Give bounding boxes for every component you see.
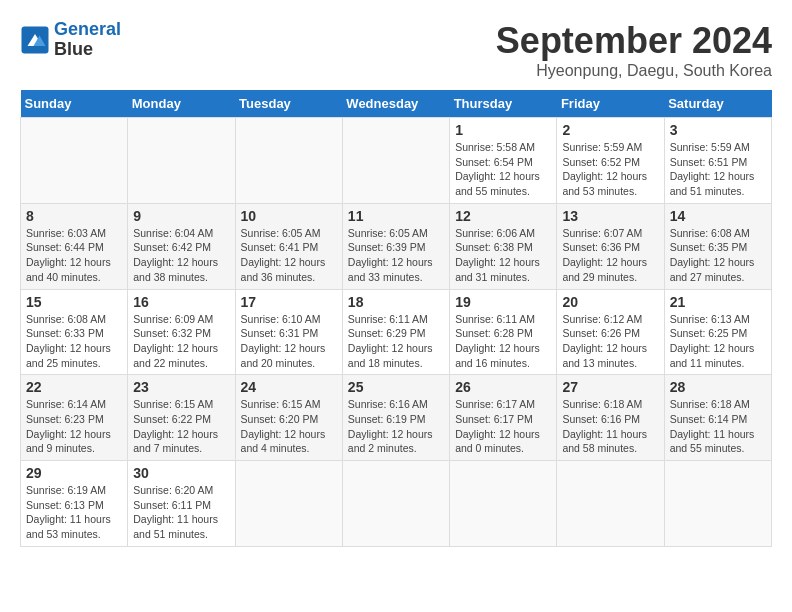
day-number: 9 xyxy=(133,208,229,224)
calendar-cell: 19Sunrise: 6:11 AMSunset: 6:28 PMDayligh… xyxy=(450,289,557,375)
day-number: 18 xyxy=(348,294,444,310)
column-header-tuesday: Tuesday xyxy=(235,90,342,118)
day-number: 3 xyxy=(670,122,766,138)
calendar-cell: 1Sunrise: 5:58 AMSunset: 6:54 PMDaylight… xyxy=(450,118,557,204)
day-number: 16 xyxy=(133,294,229,310)
calendar-cell: 8Sunrise: 6:03 AMSunset: 6:44 PMDaylight… xyxy=(21,203,128,289)
calendar-cell xyxy=(557,461,664,547)
day-info: Sunrise: 6:09 AMSunset: 6:32 PMDaylight:… xyxy=(133,312,229,371)
day-info: Sunrise: 6:15 AMSunset: 6:22 PMDaylight:… xyxy=(133,397,229,456)
calendar-cell: 24Sunrise: 6:15 AMSunset: 6:20 PMDayligh… xyxy=(235,375,342,461)
calendar-cell: 30Sunrise: 6:20 AMSunset: 6:11 PMDayligh… xyxy=(128,461,235,547)
day-number: 28 xyxy=(670,379,766,395)
logo: General Blue xyxy=(20,20,121,60)
week-row-1: 1Sunrise: 5:58 AMSunset: 6:54 PMDaylight… xyxy=(21,118,772,204)
day-number: 29 xyxy=(26,465,122,481)
day-info: Sunrise: 6:18 AMSunset: 6:16 PMDaylight:… xyxy=(562,397,658,456)
day-info: Sunrise: 6:03 AMSunset: 6:44 PMDaylight:… xyxy=(26,226,122,285)
calendar-cell: 18Sunrise: 6:11 AMSunset: 6:29 PMDayligh… xyxy=(342,289,449,375)
day-number: 13 xyxy=(562,208,658,224)
column-header-thursday: Thursday xyxy=(450,90,557,118)
column-header-monday: Monday xyxy=(128,90,235,118)
day-number: 11 xyxy=(348,208,444,224)
day-number: 17 xyxy=(241,294,337,310)
day-number: 2 xyxy=(562,122,658,138)
day-number: 12 xyxy=(455,208,551,224)
day-number: 19 xyxy=(455,294,551,310)
calendar-cell: 27Sunrise: 6:18 AMSunset: 6:16 PMDayligh… xyxy=(557,375,664,461)
day-info: Sunrise: 5:59 AMSunset: 6:51 PMDaylight:… xyxy=(670,140,766,199)
day-number: 22 xyxy=(26,379,122,395)
calendar-cell: 28Sunrise: 6:18 AMSunset: 6:14 PMDayligh… xyxy=(664,375,771,461)
week-row-4: 22Sunrise: 6:14 AMSunset: 6:23 PMDayligh… xyxy=(21,375,772,461)
day-number: 27 xyxy=(562,379,658,395)
day-info: Sunrise: 6:19 AMSunset: 6:13 PMDaylight:… xyxy=(26,483,122,542)
calendar-cell: 23Sunrise: 6:15 AMSunset: 6:22 PMDayligh… xyxy=(128,375,235,461)
day-info: Sunrise: 6:11 AMSunset: 6:28 PMDaylight:… xyxy=(455,312,551,371)
day-number: 24 xyxy=(241,379,337,395)
column-header-saturday: Saturday xyxy=(664,90,771,118)
day-info: Sunrise: 6:18 AMSunset: 6:14 PMDaylight:… xyxy=(670,397,766,456)
logo-icon xyxy=(20,25,50,55)
calendar-cell xyxy=(450,461,557,547)
calendar-cell xyxy=(342,118,449,204)
calendar-cell: 3Sunrise: 5:59 AMSunset: 6:51 PMDaylight… xyxy=(664,118,771,204)
calendar-cell xyxy=(128,118,235,204)
week-row-2: 8Sunrise: 6:03 AMSunset: 6:44 PMDaylight… xyxy=(21,203,772,289)
month-title: September 2024 xyxy=(496,20,772,62)
calendar-cell: 14Sunrise: 6:08 AMSunset: 6:35 PMDayligh… xyxy=(664,203,771,289)
day-info: Sunrise: 6:16 AMSunset: 6:19 PMDaylight:… xyxy=(348,397,444,456)
day-number: 26 xyxy=(455,379,551,395)
day-info: Sunrise: 6:20 AMSunset: 6:11 PMDaylight:… xyxy=(133,483,229,542)
calendar-cell: 16Sunrise: 6:09 AMSunset: 6:32 PMDayligh… xyxy=(128,289,235,375)
calendar-cell: 17Sunrise: 6:10 AMSunset: 6:31 PMDayligh… xyxy=(235,289,342,375)
calendar-cell: 22Sunrise: 6:14 AMSunset: 6:23 PMDayligh… xyxy=(21,375,128,461)
day-info: Sunrise: 6:13 AMSunset: 6:25 PMDaylight:… xyxy=(670,312,766,371)
column-header-friday: Friday xyxy=(557,90,664,118)
day-number: 30 xyxy=(133,465,229,481)
day-info: Sunrise: 6:14 AMSunset: 6:23 PMDaylight:… xyxy=(26,397,122,456)
calendar-cell: 9Sunrise: 6:04 AMSunset: 6:42 PMDaylight… xyxy=(128,203,235,289)
week-row-3: 15Sunrise: 6:08 AMSunset: 6:33 PMDayligh… xyxy=(21,289,772,375)
day-info: Sunrise: 6:05 AMSunset: 6:39 PMDaylight:… xyxy=(348,226,444,285)
day-number: 15 xyxy=(26,294,122,310)
calendar-cell xyxy=(21,118,128,204)
day-number: 20 xyxy=(562,294,658,310)
day-info: Sunrise: 5:58 AMSunset: 6:54 PMDaylight:… xyxy=(455,140,551,199)
location-subtitle: Hyeonpung, Daegu, South Korea xyxy=(496,62,772,80)
calendar-cell xyxy=(342,461,449,547)
day-info: Sunrise: 6:15 AMSunset: 6:20 PMDaylight:… xyxy=(241,397,337,456)
day-info: Sunrise: 6:10 AMSunset: 6:31 PMDaylight:… xyxy=(241,312,337,371)
calendar-header-row: SundayMondayTuesdayWednesdayThursdayFrid… xyxy=(21,90,772,118)
day-info: Sunrise: 6:08 AMSunset: 6:33 PMDaylight:… xyxy=(26,312,122,371)
day-number: 1 xyxy=(455,122,551,138)
calendar-cell: 13Sunrise: 6:07 AMSunset: 6:36 PMDayligh… xyxy=(557,203,664,289)
calendar-cell: 10Sunrise: 6:05 AMSunset: 6:41 PMDayligh… xyxy=(235,203,342,289)
day-info: Sunrise: 6:17 AMSunset: 6:17 PMDaylight:… xyxy=(455,397,551,456)
calendar-cell: 11Sunrise: 6:05 AMSunset: 6:39 PMDayligh… xyxy=(342,203,449,289)
calendar-cell xyxy=(235,461,342,547)
calendar-cell: 25Sunrise: 6:16 AMSunset: 6:19 PMDayligh… xyxy=(342,375,449,461)
day-info: Sunrise: 6:06 AMSunset: 6:38 PMDaylight:… xyxy=(455,226,551,285)
day-number: 21 xyxy=(670,294,766,310)
calendar-cell: 15Sunrise: 6:08 AMSunset: 6:33 PMDayligh… xyxy=(21,289,128,375)
column-header-wednesday: Wednesday xyxy=(342,90,449,118)
calendar-cell xyxy=(235,118,342,204)
title-block: September 2024 Hyeonpung, Daegu, South K… xyxy=(496,20,772,80)
calendar-cell xyxy=(664,461,771,547)
day-info: Sunrise: 6:04 AMSunset: 6:42 PMDaylight:… xyxy=(133,226,229,285)
day-number: 14 xyxy=(670,208,766,224)
day-info: Sunrise: 6:07 AMSunset: 6:36 PMDaylight:… xyxy=(562,226,658,285)
calendar-table: SundayMondayTuesdayWednesdayThursdayFrid… xyxy=(20,90,772,547)
logo-text: General Blue xyxy=(54,20,121,60)
calendar-cell: 29Sunrise: 6:19 AMSunset: 6:13 PMDayligh… xyxy=(21,461,128,547)
day-number: 10 xyxy=(241,208,337,224)
day-number: 8 xyxy=(26,208,122,224)
day-info: Sunrise: 6:12 AMSunset: 6:26 PMDaylight:… xyxy=(562,312,658,371)
calendar-cell: 2Sunrise: 5:59 AMSunset: 6:52 PMDaylight… xyxy=(557,118,664,204)
day-info: Sunrise: 6:08 AMSunset: 6:35 PMDaylight:… xyxy=(670,226,766,285)
calendar-cell: 12Sunrise: 6:06 AMSunset: 6:38 PMDayligh… xyxy=(450,203,557,289)
calendar-cell: 26Sunrise: 6:17 AMSunset: 6:17 PMDayligh… xyxy=(450,375,557,461)
calendar-cell: 21Sunrise: 6:13 AMSunset: 6:25 PMDayligh… xyxy=(664,289,771,375)
page-header: General Blue September 2024 Hyeonpung, D… xyxy=(20,20,772,80)
